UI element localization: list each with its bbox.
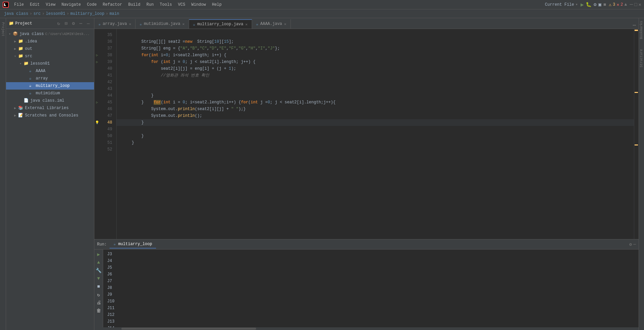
run-print-button[interactable]: 🖨 bbox=[95, 299, 102, 306]
project-tab[interactable]: Project bbox=[1, 21, 5, 38]
output-j3: J3 bbox=[107, 251, 635, 258]
expand-icon[interactable]: ▲ bbox=[624, 2, 627, 7]
scratches-icon: 📝 bbox=[18, 113, 24, 118]
more-tabs-button[interactable]: ⋯ bbox=[633, 22, 636, 29]
breadcrumb-java-class[interactable]: java class bbox=[4, 11, 28, 16]
tab-mutimidium[interactable]: ☕ mutimidium.java ✕ bbox=[135, 19, 189, 29]
profile-button[interactable]: ⚙ bbox=[593, 2, 596, 7]
run-trash-button[interactable]: 🗑 bbox=[95, 307, 102, 314]
line-num-40: 40 bbox=[101, 65, 115, 72]
run-button[interactable]: ▶ bbox=[581, 1, 584, 8]
breadcrumb-src[interactable]: src bbox=[33, 11, 41, 16]
tree-src[interactable]: ▾ 📁 src bbox=[6, 53, 94, 60]
output-j4: J4 bbox=[107, 258, 635, 264]
tree-label: mutimidium bbox=[36, 91, 60, 96]
file-tree: ▾ 📦 java class C:\Users\ADMIN\Desk... ▶ … bbox=[6, 29, 94, 330]
coverage-button[interactable]: ▣ bbox=[599, 2, 601, 7]
breakpoint-38[interactable]: ▷ bbox=[96, 53, 98, 57]
menu-edit[interactable]: Edit bbox=[27, 2, 42, 8]
svg-rect-2 bbox=[4, 3, 5, 5]
sync-button[interactable]: ↻ bbox=[56, 21, 62, 27]
breadcrumb-lesson01[interactable]: lesson01 bbox=[46, 11, 65, 16]
code-editor[interactable]: ▷ ▷ ▷ 💡 35 36 37 38 bbox=[94, 29, 639, 239]
tree-external-libraries[interactable]: ▶ 📚 External Libraries bbox=[6, 104, 94, 112]
stop-button[interactable]: ■ bbox=[603, 2, 606, 7]
tab-close-multiarry-loop[interactable]: ✕ bbox=[245, 22, 248, 27]
tree-mutimidium[interactable]: ☕ mutimidium bbox=[6, 90, 94, 97]
maximize-button[interactable]: □ bbox=[634, 2, 637, 7]
breadcrumb-multiarry-loop[interactable]: multiarry_loop bbox=[70, 11, 104, 16]
menu-window[interactable]: Window bbox=[189, 2, 209, 8]
java-icon: ☕ bbox=[193, 22, 195, 27]
run-tab-label: multiarry_loop bbox=[118, 242, 152, 246]
expand-arrow: ▶ bbox=[14, 47, 18, 51]
gutter-35 bbox=[95, 32, 99, 38]
tab-aaaa[interactable]: ☕ AAAA.java ✕ bbox=[252, 19, 291, 29]
tab-close-array[interactable]: ✕ bbox=[129, 22, 131, 26]
code-content[interactable]: String[][] seat2 =new String[10][15]; St… bbox=[117, 29, 634, 239]
code-line-40: seat2[i][j] = eng[i] + (j + 1); bbox=[117, 65, 634, 72]
menu-file[interactable]: File bbox=[11, 2, 27, 8]
breadcrumb-bar: java class › src › lesson01 › multiarry_… bbox=[0, 9, 644, 18]
project-folder-icon: 📦 bbox=[13, 31, 18, 37]
tree-array[interactable]: ☕ array bbox=[6, 75, 94, 82]
run-down-button[interactable]: ▼ bbox=[95, 275, 102, 282]
code-line-47: System.out.println(); bbox=[117, 112, 634, 119]
breadcrumb-sep-4: › bbox=[106, 11, 108, 16]
menu-vcs[interactable]: VCS bbox=[175, 2, 188, 8]
tree-scratches[interactable]: ▶ 📝 Scratches and Consoles bbox=[6, 112, 94, 119]
tree-aaaa[interactable]: ☕ AAAA bbox=[6, 67, 94, 75]
menu-tools[interactable]: Tools bbox=[157, 2, 175, 8]
tree-lesson01[interactable]: ▾ 📁 lesson01 bbox=[6, 60, 94, 67]
run-output: J3 J4 J5 J6 J7 J8 J9 J10 J11 J12 J13 J14 bbox=[103, 250, 639, 327]
menu-code[interactable]: Code bbox=[84, 2, 99, 8]
close-button[interactable]: ✕ bbox=[639, 2, 641, 7]
tab-array[interactable]: ☕ array.java ✕ bbox=[94, 19, 135, 29]
more-button[interactable]: ⋯ bbox=[78, 21, 84, 27]
expand-arrow: ▾ bbox=[9, 32, 13, 36]
tab-close-mutimidium[interactable]: ✕ bbox=[182, 22, 185, 26]
run-settings-button[interactable]: ⚙ bbox=[629, 242, 632, 247]
settings-button[interactable]: ⚙ bbox=[70, 21, 76, 27]
tabs-bar: ☕ array.java ✕ ☕ mutimidium.java ✕ ☕ mul… bbox=[94, 18, 639, 29]
menu-view[interactable]: View bbox=[43, 2, 58, 8]
run-play-button[interactable]: ▶ bbox=[95, 251, 102, 258]
tab-close-aaaa[interactable]: ✕ bbox=[284, 22, 286, 26]
horizontal-scrollbar[interactable] bbox=[94, 327, 639, 330]
hide-button[interactable]: — bbox=[85, 21, 91, 27]
structure-tab[interactable]: Structure bbox=[640, 49, 643, 67]
debug-button[interactable]: 🐛 bbox=[586, 2, 591, 7]
output-j13: J13 bbox=[107, 318, 635, 325]
minimize-button[interactable]: ─ bbox=[630, 2, 633, 8]
scrollbar-thumb[interactable] bbox=[121, 328, 256, 330]
tab-label: multiarry_loop.java bbox=[197, 22, 243, 27]
tree-label: array bbox=[36, 76, 48, 81]
run-up-button[interactable]: ▲ bbox=[95, 259, 102, 266]
line-num-36: 36 bbox=[101, 38, 115, 45]
tab-multiarry-loop[interactable]: ☕ multiarry_loop.java ✕ bbox=[189, 19, 252, 29]
menu-refactor[interactable]: Refactor bbox=[100, 2, 125, 8]
collapse-all-button[interactable]: ⊟ bbox=[63, 21, 69, 27]
breadcrumb-main[interactable]: main bbox=[110, 11, 119, 16]
menu-build[interactable]: Build bbox=[125, 2, 143, 8]
breakpoint-39[interactable]: ▷ bbox=[96, 60, 98, 64]
breakpoint-45[interactable]: ▷ bbox=[96, 100, 98, 104]
menu-help[interactable]: Help bbox=[209, 2, 224, 8]
tree-multiarry-loop[interactable]: ☕ multiarry_loop bbox=[6, 82, 94, 90]
tree-iml[interactable]: 📄 java class.iml bbox=[6, 97, 94, 104]
run-tab-multiarry-loop[interactable]: ☕ multiarry_loop bbox=[110, 240, 156, 249]
menu-navigate[interactable]: Navigate bbox=[59, 2, 84, 8]
run-wrench-button[interactable]: 🔧 bbox=[95, 267, 102, 274]
menu-run[interactable]: Run bbox=[144, 2, 156, 8]
line-numbers: 35 36 37 38 39 40 41 42 43 44 45 46 47 4… bbox=[100, 29, 117, 239]
run-rerun-button[interactable]: ↻ bbox=[95, 291, 102, 298]
output-j9: J9 bbox=[107, 291, 635, 298]
tree-idea[interactable]: ▶ 📁 .idea bbox=[6, 38, 94, 45]
code-line-46: System.out.println(seat2[i][j] + " ");} bbox=[117, 106, 634, 112]
tree-java-class[interactable]: ▾ 📦 java class C:\Users\ADMIN\Desk... bbox=[6, 30, 94, 38]
line-num-48: 48 bbox=[101, 119, 115, 126]
bookmarks-tab[interactable]: Bookmarks bbox=[640, 21, 643, 39]
tree-out[interactable]: ▶ 📁 out bbox=[6, 45, 94, 53]
run-minimize-button[interactable]: — bbox=[633, 242, 636, 247]
run-stop-button[interactable]: ■ bbox=[95, 283, 102, 290]
